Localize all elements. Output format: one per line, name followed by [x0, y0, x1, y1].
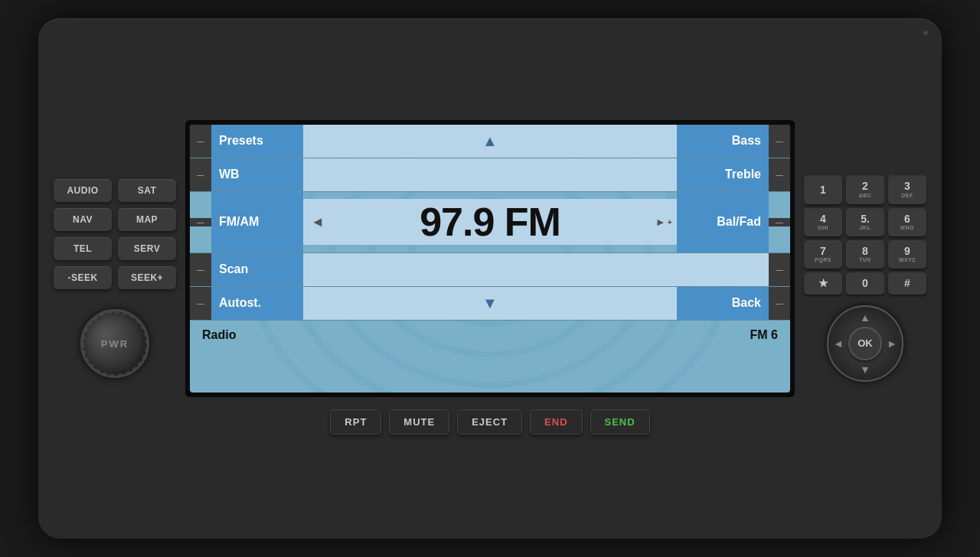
- key-6-sub: MNO: [891, 225, 923, 231]
- tel-button[interactable]: TEL: [54, 237, 112, 260]
- mute-button[interactable]: MUTE: [389, 409, 449, 435]
- wb-label[interactable]: WB: [211, 158, 303, 191]
- screen-row-autost: Autost. ▼ Back: [190, 287, 790, 321]
- screen: Presets ▲ Bass WB Treble: [190, 125, 790, 393]
- scan-center: [303, 253, 677, 286]
- key-2[interactable]: 2 ABC: [846, 175, 884, 204]
- pwr-knob[interactable]: PWR: [80, 309, 149, 378]
- key-5-sub: JKL: [849, 225, 881, 231]
- fmam-left-softkey[interactable]: [190, 218, 211, 226]
- screen-row-scan: Scan: [190, 253, 790, 287]
- nav-button[interactable]: NAV: [54, 208, 112, 231]
- scan-label[interactable]: Scan: [211, 253, 303, 286]
- presets-center: ▲: [303, 125, 677, 158]
- left-controls: AUDIO SAT NAV MAP TEL SERV -SEEK SEEK+ P…: [54, 179, 176, 378]
- seek-minus-button[interactable]: -SEEK: [54, 266, 112, 289]
- end-button[interactable]: END: [530, 409, 582, 435]
- key-4[interactable]: 4 GHI: [804, 208, 842, 236]
- wb-center: [303, 158, 677, 191]
- seek-plus-button[interactable]: SEEK+: [118, 266, 176, 289]
- fmam-label[interactable]: FM/AM: [211, 192, 303, 252]
- left-button-grid: AUDIO SAT NAV MAP TEL SERV -SEEK SEEK+: [54, 179, 176, 289]
- screen-row-wb: WB Treble: [190, 158, 790, 192]
- key-hash[interactable]: #: [888, 272, 926, 295]
- key-3[interactable]: 3 DEF: [888, 175, 926, 204]
- nav-right-arrow[interactable]: ►: [887, 337, 897, 350]
- key-7[interactable]: 7 PQRS: [804, 240, 842, 269]
- key-0[interactable]: 0: [846, 272, 884, 295]
- back-right-softkey[interactable]: [769, 287, 790, 320]
- treble-right-softkey[interactable]: [769, 158, 790, 191]
- ok-button[interactable]: OK: [848, 327, 882, 360]
- main-row: AUDIO SAT NAV MAP TEL SERV -SEEK SEEK+ P…: [54, 34, 926, 523]
- key-3-main: 3: [904, 180, 910, 192]
- key-star-main: ★: [818, 277, 828, 289]
- key-6[interactable]: 6 MNO: [888, 208, 926, 236]
- scan-left-softkey[interactable]: [190, 253, 211, 286]
- map-button[interactable]: MAP: [118, 208, 176, 231]
- send-button[interactable]: SEND: [590, 409, 650, 435]
- key-8[interactable]: 8 TUV: [846, 240, 884, 269]
- autost-label[interactable]: Autost.: [211, 287, 303, 320]
- scan-right-label: [677, 253, 769, 286]
- key-1-main: 1: [820, 184, 826, 196]
- status-bar: Radio FM 6: [190, 321, 790, 350]
- fmam-center: ◄ 97.9 FM ►+: [303, 199, 677, 245]
- key-8-main: 8: [862, 245, 868, 257]
- key-star[interactable]: ★: [804, 272, 842, 295]
- bass-label[interactable]: Bass: [677, 125, 769, 158]
- status-left: Radio: [202, 328, 236, 342]
- key-3-sub: DEF: [891, 193, 923, 199]
- down-arrow-icon: ▼: [482, 295, 498, 312]
- frequency-display: 97.9 FM: [420, 199, 560, 245]
- key-9[interactable]: 9 WXYZ: [888, 240, 926, 269]
- sat-button[interactable]: SAT: [118, 179, 176, 202]
- screen-row-presets: Presets ▲ Bass: [190, 125, 790, 158]
- keypad-grid: 1 2 ABC 3 DEF 4 GHI 5. JKL: [804, 175, 926, 294]
- nav-down-arrow[interactable]: ▼: [860, 363, 871, 376]
- screen-bezel: Presets ▲ Bass WB Treble: [185, 120, 795, 397]
- presets-left-softkey[interactable]: [190, 125, 211, 158]
- key-8-sub: TUV: [849, 257, 881, 263]
- right-arrow-icon: ►+: [655, 216, 672, 228]
- up-arrow-icon: ▲: [482, 132, 498, 150]
- balfad-label[interactable]: Bal/Fad: [677, 192, 769, 252]
- key-9-main: 9: [904, 245, 910, 257]
- pwr-knob-container: PWR: [80, 309, 149, 378]
- left-arrow-icon: ◄: [311, 214, 325, 230]
- back-label[interactable]: Back: [677, 287, 769, 320]
- nav-ring[interactable]: ▲ ▼ ◄ ► OK: [827, 305, 903, 382]
- status-right: FM 6: [750, 328, 778, 342]
- right-keypad: 1 2 ABC 3 DEF 4 GHI 5. JKL: [804, 175, 926, 381]
- key-2-sub: ABC: [849, 193, 881, 199]
- eject-button[interactable]: EJECT: [457, 409, 522, 435]
- head-unit: AUDIO SAT NAV MAP TEL SERV -SEEK SEEK+ P…: [38, 18, 942, 539]
- key-0-main: 0: [862, 277, 868, 289]
- key-4-sub: GHI: [807, 225, 839, 231]
- presets-label[interactable]: Presets: [211, 125, 303, 158]
- key-6-main: 6: [904, 213, 910, 225]
- bass-right-softkey[interactable]: [769, 125, 790, 158]
- key-4-main: 4: [820, 213, 826, 225]
- center-area: Presets ▲ Bass WB Treble: [185, 120, 795, 438]
- serv-button[interactable]: SERV: [118, 237, 176, 260]
- balfad-right-softkey[interactable]: [769, 218, 790, 226]
- treble-label[interactable]: Treble: [677, 158, 769, 191]
- screen-row-fmam: FM/AM ◄ 97.9 FM ►+ Bal/Fad: [190, 192, 790, 253]
- key-1[interactable]: 1: [804, 175, 842, 204]
- key-5-main: 5.: [861, 213, 870, 225]
- bottom-button-row: RPT MUTE EJECT END SEND: [185, 403, 795, 438]
- pwr-label: PWR: [101, 338, 129, 350]
- key-5[interactable]: 5. JKL: [846, 208, 884, 236]
- nav-left-arrow[interactable]: ◄: [833, 337, 844, 350]
- rpt-button[interactable]: RPT: [330, 409, 381, 435]
- autost-left-softkey[interactable]: [190, 287, 211, 320]
- nav-ok-container: ▲ ▼ ◄ ► OK: [827, 305, 903, 382]
- key-9-sub: WXYZ: [891, 257, 923, 263]
- nav-up-arrow[interactable]: ▲: [860, 311, 871, 324]
- scan-right-softkey[interactable]: [769, 253, 790, 286]
- wb-left-softkey[interactable]: [190, 158, 211, 191]
- indicator-dot: [923, 31, 928, 35]
- key-2-main: 2: [862, 180, 868, 192]
- audio-button[interactable]: AUDIO: [54, 179, 112, 202]
